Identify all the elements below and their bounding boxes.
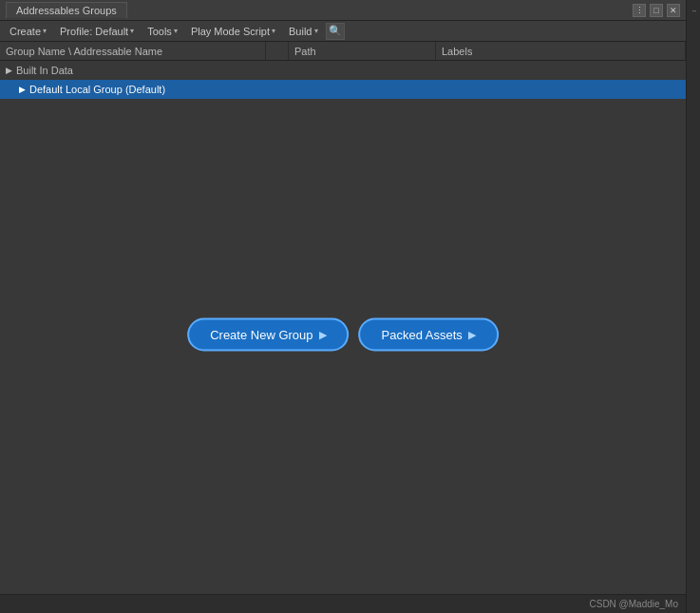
packed-assets-label: Packed Assets <box>382 327 463 341</box>
col-header-labels: Labels <box>436 42 686 60</box>
maximize-btn[interactable]: □ <box>650 4 663 17</box>
create-menu[interactable]: Create ▾ <box>4 24 52 39</box>
built-in-arrow-icon: ▶ <box>6 66 12 75</box>
profile-menu[interactable]: Profile: Default ▾ <box>54 24 140 39</box>
create-group-arrow-icon: ▶ <box>319 328 327 340</box>
default-group-arrow-icon: ▶ <box>19 85 26 94</box>
packed-assets-button[interactable]: Packed Assets ▶ <box>359 317 499 351</box>
sidebar-indicator: ··· <box>691 4 695 17</box>
col-header-name: Group Name \ Addressable Name <box>0 42 266 60</box>
col-header-path: Path <box>289 42 436 60</box>
default-group-row[interactable]: ▶ Default Local Group (Default) <box>0 80 686 99</box>
column-headers: Group Name \ Addressable Name Path Label… <box>0 42 686 61</box>
more-options-btn[interactable]: ⋮ <box>633 4 646 17</box>
table-body: ▶ Built In Data ▶ Default Local Group (D… <box>0 61 686 594</box>
built-in-data-row[interactable]: ▶ Built In Data <box>0 61 686 80</box>
main-panel: Addressables Groups ⋮ □ ✕ Create ▾ Profi… <box>0 0 686 613</box>
search-icon[interactable]: 🔍 <box>326 23 345 40</box>
title-tab[interactable]: Addressables Groups <box>6 2 127 18</box>
status-text: CSDN @Maddie_Mo <box>589 599 678 609</box>
col-header-icon <box>266 42 289 60</box>
title-bar: Addressables Groups ⋮ □ ✕ <box>0 0 686 21</box>
title-bar-controls: ⋮ □ ✕ <box>633 4 680 17</box>
tools-menu-arrow: ▾ <box>174 27 178 35</box>
create-new-group-button[interactable]: Create New Group ▶ <box>187 317 349 351</box>
build-menu-arrow: ▾ <box>314 27 318 35</box>
profile-menu-arrow: ▾ <box>130 27 134 35</box>
packed-assets-arrow-icon: ▶ <box>468 328 476 340</box>
built-in-label: Built In Data <box>16 65 73 76</box>
close-btn[interactable]: ✕ <box>667 4 680 17</box>
drag-drop-area: Create New Group ▶ Packed Assets ▶ <box>187 317 499 351</box>
play-mode-menu-arrow: ▾ <box>272 27 275 35</box>
build-menu[interactable]: Build ▾ <box>283 24 323 39</box>
create-new-group-label: Create New Group <box>210 327 312 341</box>
menu-bar: Create ▾ Profile: Default ▾ Tools ▾ Play… <box>0 21 686 42</box>
play-mode-menu[interactable]: Play Mode Script ▾ <box>185 24 281 39</box>
status-bar: CSDN @Maddie_Mo <box>0 594 686 613</box>
right-sidebar: ··· <box>686 0 700 613</box>
default-group-label: Default Local Group (Default) <box>29 84 165 95</box>
tools-menu[interactable]: Tools ▾ <box>142 24 183 39</box>
create-menu-arrow: ▾ <box>43 27 47 35</box>
